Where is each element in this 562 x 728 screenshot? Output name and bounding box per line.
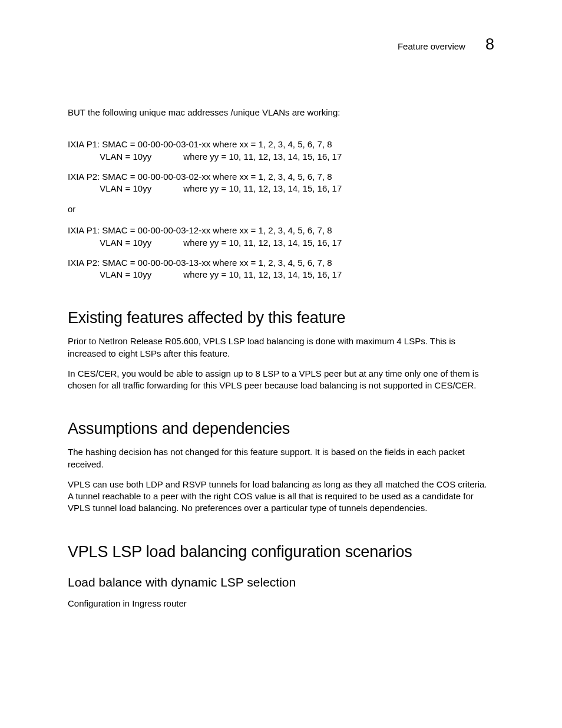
document-page: Feature overview 8 BUT the following uni… — [0, 0, 562, 610]
config-line: VLAN = 10yy where yy = 10, 11, 12, 13, 1… — [68, 269, 342, 279]
config-block-2: IXIA P2: SMAC = 00-00-00-03-02-xx where … — [68, 171, 494, 195]
body-paragraph: The hashing decision has not changed for… — [68, 446, 494, 470]
config-line: VLAN = 10yy where yy = 10, 11, 12, 13, 1… — [68, 183, 342, 193]
body-paragraph: VPLS can use both LDP and RSVP tunnels f… — [68, 479, 494, 515]
or-separator: or — [68, 204, 494, 214]
config-line: IXIA P2: SMAC = 00-00-00-03-13-xx where … — [68, 258, 332, 268]
section-heading-scenarios: VPLS LSP load balancing configuration sc… — [68, 543, 494, 561]
config-line: IXIA P1: SMAC = 00-00-00-03-12-xx where … — [68, 225, 332, 235]
config-block-3: IXIA P1: SMAC = 00-00-00-03-12-xx where … — [68, 225, 494, 249]
subsection-heading-load-balance: Load balance with dynamic LSP selection — [68, 575, 494, 589]
config-line: VLAN = 10yy where yy = 10, 11, 12, 13, 1… — [68, 151, 342, 162]
body-paragraph: Prior to NetIron Release R05.600, VPLS L… — [68, 335, 494, 360]
config-line: IXIA P2: SMAC = 00-00-00-03-02-xx where … — [68, 172, 332, 182]
page-header: Feature overview 8 — [68, 35, 494, 54]
body-paragraph: Configuration in Ingress router — [68, 598, 494, 610]
chapter-number: 8 — [485, 35, 494, 54]
config-block-1: IXIA P1: SMAC = 00-00-00-03-01-xx where … — [68, 139, 494, 163]
config-block-4: IXIA P2: SMAC = 00-00-00-03-13-xx where … — [68, 257, 494, 281]
intro-paragraph: BUT the following unique mac addresses /… — [68, 107, 494, 118]
section-heading-existing: Existing features affected by this featu… — [68, 309, 494, 327]
config-line: VLAN = 10yy where yy = 10, 11, 12, 13, 1… — [68, 238, 342, 248]
section-heading-assumptions: Assumptions and dependencies — [68, 420, 494, 438]
header-title: Feature overview — [398, 41, 465, 51]
body-paragraph: In CES/CER, you would be able to assign … — [68, 368, 494, 392]
config-line: IXIA P1: SMAC = 00-00-00-03-01-xx where … — [68, 139, 332, 149]
